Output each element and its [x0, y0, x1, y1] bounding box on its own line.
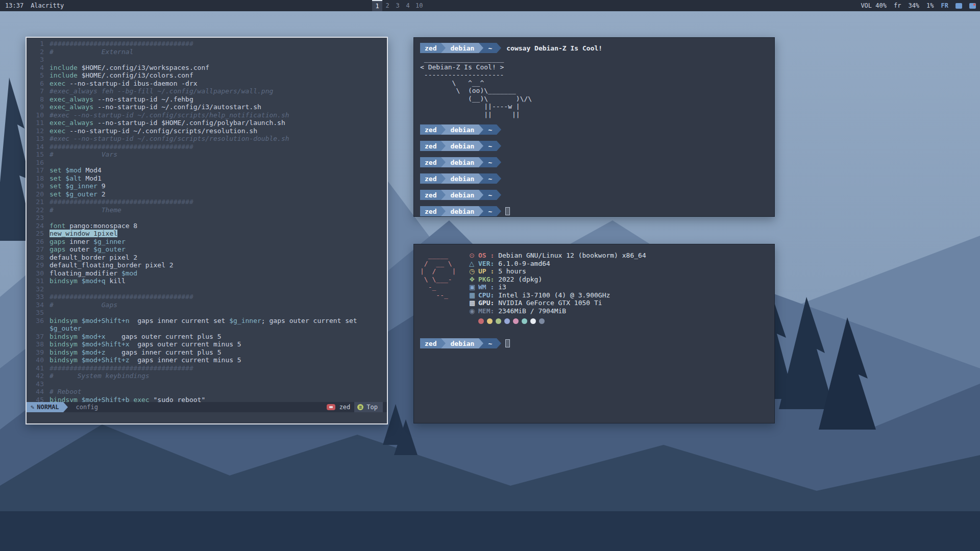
- line-number: 4: [30, 64, 44, 72]
- line-number: 31: [30, 277, 44, 285]
- code-segment: $g_outer: [93, 245, 126, 253]
- editor-line: 27gaps outer $g_outer: [30, 245, 384, 254]
- shell-prompt: zeddebian~cowsay Debian-Z Is Cool!: [420, 43, 768, 53]
- code-segment: exec_always: [50, 119, 97, 127]
- prompt-user: zed: [420, 206, 441, 216]
- system-info-row: ▦CPU: Intel i3-7100 (4) @ 3.900GHz: [469, 291, 646, 299]
- code-text: ####################################: [50, 364, 384, 372]
- line-number: 42: [30, 372, 44, 380]
- code-segment: # External: [50, 48, 133, 56]
- editor-line: 19set $g_inner 9: [30, 182, 384, 190]
- editor-terminal-window[interactable]: 1####################################2# …: [26, 37, 388, 424]
- code-segment: gaps inner current plus 5: [106, 348, 222, 356]
- editor-line: 8exec_always --no-startup-id ~/.fehbg: [30, 95, 384, 104]
- volume-indicator[interactable]: VOL 40%: [861, 2, 887, 9]
- prompt-host: debian: [446, 338, 479, 348]
- workspace-3[interactable]: 3: [393, 0, 403, 11]
- code-segment: bindsym: [50, 356, 82, 364]
- editor-line: 41####################################: [30, 364, 384, 372]
- code-segment: gaps inner current set: [130, 317, 230, 324]
- code-text: new_window 1pixel: [50, 230, 384, 238]
- powerline-arrow-icon: [441, 338, 446, 348]
- tray-app-icon[interactable]: [969, 3, 976, 9]
- layout-indicator[interactable]: fr: [894, 2, 901, 9]
- line-number: 8: [30, 95, 44, 104]
- palette-dot: [513, 318, 519, 324]
- code-segment: exec_always: [50, 103, 97, 111]
- code-segment: set: [50, 190, 65, 198]
- code-segment: gaps inner current minus 5: [130, 356, 241, 364]
- editor-line: 5include $HOME/.config/i3/colors.conf: [30, 71, 384, 80]
- code-segment: # Reboot: [50, 388, 82, 395]
- code-segment: set: [50, 182, 65, 190]
- line-number: 15: [30, 151, 44, 159]
- workspace-10[interactable]: 10: [413, 0, 425, 11]
- code-segment: --no-startup-id ~/.config/scripts/resolu…: [69, 127, 257, 135]
- code-text: # External: [50, 48, 384, 56]
- line-number: 33: [30, 293, 44, 301]
- code-segment: ####################################: [50, 293, 193, 300]
- system-info-row: ❖PKG: 2022 (dpkg): [469, 276, 646, 284]
- code-segment: 2: [102, 190, 106, 198]
- code-text: [50, 380, 384, 388]
- line-number: 45: [30, 396, 44, 403]
- position-chip: ≡ Top: [354, 402, 383, 412]
- workspace-2[interactable]: 2: [382, 0, 393, 11]
- editor-line: 29default_floating_border pixel 2: [30, 261, 384, 269]
- editor-lines[interactable]: 1####################################2# …: [27, 38, 387, 402]
- editor-line: 38bindsym $mod+Shift+x gaps outer curren…: [30, 340, 384, 348]
- cowsay-output: ____________________ < Debian-Z Is Cool!…: [420, 55, 768, 118]
- code-text: [50, 285, 384, 293]
- code-segment: $mod+Shift+n: [82, 317, 130, 324]
- code-segment: gaps outer current minus 5: [130, 340, 241, 348]
- code-segment: #exec --no-startup-id ~/.config/scripts/…: [50, 111, 289, 119]
- code-segment: $g_inner: [65, 182, 101, 190]
- prompt-user: zed: [420, 157, 441, 167]
- line-number: 30: [30, 269, 44, 278]
- cowsay-terminal-window[interactable]: zeddebian~cowsay Debian-Z Is Cool! _____…: [413, 37, 775, 217]
- workspace-1[interactable]: 1: [372, 0, 382, 11]
- user-label: zed: [339, 404, 351, 411]
- editor-line: 24font pango:monospace 8: [30, 222, 384, 230]
- code-text: floating_modifier $mod: [50, 269, 384, 278]
- code-text: set $g_outer 2: [50, 190, 384, 198]
- line-number: 16: [30, 159, 44, 167]
- powerline-arrow-icon: [479, 206, 483, 216]
- code-segment: $mod+q: [82, 277, 110, 285]
- code-segment: exec: [50, 127, 69, 135]
- code-text: [50, 56, 384, 64]
- shell-prompt: zeddebian~: [420, 190, 768, 200]
- info-value: 6.1.0-9-amd64: [498, 260, 550, 268]
- workspace-4[interactable]: 4: [403, 0, 413, 11]
- powerline-arrow-icon: [479, 173, 483, 184]
- powerline-arrow-icon: [479, 141, 483, 151]
- code-segment: # Gaps: [50, 301, 117, 309]
- shell-prompt: zeddebian~: [420, 173, 768, 184]
- terminal-color-dots: [478, 318, 768, 324]
- editor-line: 3: [30, 56, 384, 64]
- code-segment: $mod+x: [82, 333, 106, 340]
- network-tray-icon[interactable]: [955, 3, 962, 9]
- prompt-path: ~: [483, 190, 497, 200]
- code-segment: set: [50, 166, 65, 174]
- code-text: bindsym $mod+Shift+n gaps inner current …: [50, 317, 384, 333]
- editor-line: 30floating_modifier $mod: [30, 269, 384, 278]
- code-segment: ####################################: [50, 40, 193, 47]
- fetch-terminal-window[interactable]: _____ / __ \ | / | \ \___- -_ --_ ⊙OS : …: [413, 244, 775, 423]
- prompt-list: zeddebian~zeddebian~zeddebian~zeddebian~…: [420, 124, 768, 216]
- line-number: 23: [30, 214, 44, 222]
- code-segment: $g_inner: [93, 238, 126, 245]
- keyboard-layout-badge[interactable]: FR: [941, 2, 948, 9]
- prompt-user: zed: [420, 141, 441, 151]
- palette-dot: [496, 318, 501, 324]
- system-info-row: ◉MEM: 2346MiB / 7904MiB: [469, 307, 646, 315]
- code-segment: $HOME/.config/i3/workspaces.conf: [82, 64, 209, 71]
- system-info-row: ▩GPU: NVIDIA GeForce GTX 1050 Ti: [469, 299, 646, 307]
- vim-command-line: [27, 412, 387, 423]
- editor-line: 37bindsym $mod+x gaps outer current plus…: [30, 333, 384, 341]
- code-text: include $HOME/.config/i3/colors.conf: [50, 71, 384, 80]
- line-number: 22: [30, 206, 44, 214]
- code-segment: $mod: [121, 269, 137, 277]
- code-segment: $alt: [65, 174, 85, 182]
- code-segment: gaps: [50, 238, 69, 245]
